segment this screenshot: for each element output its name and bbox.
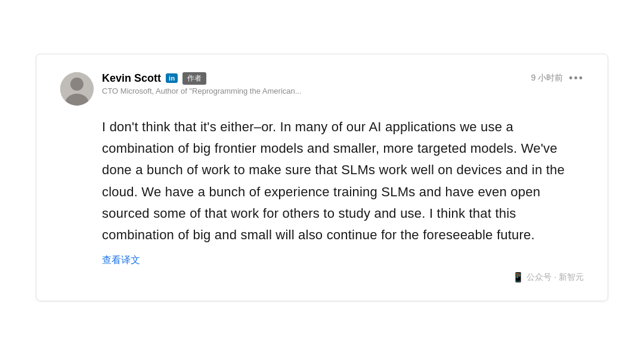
post-card: Kevin Scott in 作者 CTO Microsoft, Author … [36, 54, 608, 302]
author-name: Kevin Scott [102, 72, 161, 85]
author-badge: 作者 [182, 72, 206, 85]
wechat-icon: 📱 [512, 271, 524, 283]
author-section: Kevin Scott in 作者 CTO Microsoft, Author … [60, 72, 302, 106]
author-subtitle: CTO Microsoft, Author of "Reprogramming … [102, 87, 302, 97]
linkedin-badge: in [166, 73, 178, 83]
more-options-icon[interactable]: ••• [569, 72, 584, 85]
header-right: 9 小时前 ••• [531, 72, 584, 85]
avatar [60, 72, 94, 106]
post-header: Kevin Scott in 作者 CTO Microsoft, Author … [60, 72, 584, 106]
translate-link[interactable]: 查看译文 [102, 254, 140, 267]
author-info: Kevin Scott in 作者 CTO Microsoft, Author … [102, 72, 302, 97]
post-content: I don't think that it's either–or. In ma… [102, 116, 584, 283]
author-name-row: Kevin Scott in 作者 [102, 72, 302, 85]
footer: 📱 公众号 · 新智元 [102, 271, 584, 283]
wechat-label: 📱 公众号 · 新智元 [512, 271, 584, 283]
svg-point-1 [70, 78, 83, 91]
main-text: I don't think that it's either–or. In ma… [102, 116, 584, 246]
post-time: 9 小时前 [531, 73, 563, 84]
wechat-text: 公众号 · 新智元 [527, 272, 584, 283]
